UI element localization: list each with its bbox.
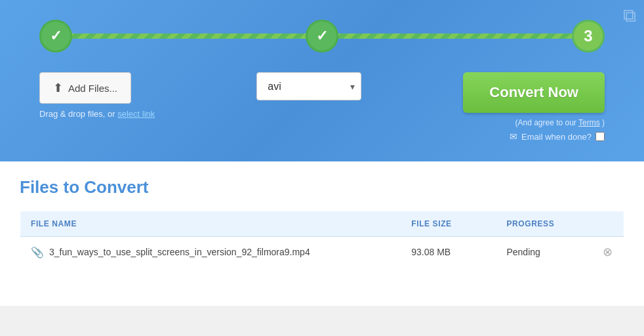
table-row: 📎 3_fun_ways_to_use_split_screens_in_ver… [20, 237, 624, 268]
select-link[interactable]: select link [117, 109, 155, 119]
format-column: avi mp4 mkv mov wmv flv webm mp3 aac ogg [256, 72, 361, 100]
file-name-cell: 📎 3_fun_ways_to_use_split_screens_in_ver… [20, 237, 401, 268]
paperclip-icon: 📎 [31, 246, 44, 259]
step-3-circle: 3 [572, 20, 605, 52]
col-header-progress: PROGRESS [496, 211, 591, 237]
file-progress-cell: Pending [496, 237, 591, 268]
col-header-filename: FILE NAME [20, 211, 401, 237]
email-icon: ✉ [510, 131, 517, 142]
convert-now-button[interactable]: Convert Now [463, 72, 605, 113]
add-files-label: Add Files... [68, 83, 117, 94]
format-select[interactable]: avi mp4 mkv mov wmv flv webm mp3 aac ogg [256, 72, 361, 100]
email-label: Email when done? [521, 132, 592, 142]
file-table: FILE NAME FILE SIZE PROGRESS 📎 3_fun_way… [20, 211, 624, 268]
content-section: Files to Convert FILE NAME FILE SIZE PRO… [0, 161, 644, 306]
terms-link[interactable]: Terms [578, 118, 600, 127]
step-line-2 [337, 33, 573, 39]
step-2-circle: ✓ [306, 20, 338, 52]
email-row: ✉ Email when done? [510, 131, 605, 142]
format-select-wrapper: avi mp4 mkv mov wmv flv webm mp3 aac ogg [256, 72, 361, 100]
corner-icon: ⧉ [623, 5, 636, 27]
action-row: ⬆ Add Files... Drag & drop files, or sel… [39, 72, 605, 142]
table-header-row: FILE NAME FILE SIZE PROGRESS [20, 211, 624, 237]
email-checkbox[interactable] [595, 132, 605, 141]
file-size-cell: 93.08 MB [401, 237, 496, 268]
upload-icon: ⬆ [53, 81, 63, 95]
terms-text: (And agree to our Terms ) [515, 118, 605, 127]
remove-cell: ⊗ [592, 237, 624, 268]
add-files-button[interactable]: ⬆ Add Files... [39, 72, 131, 104]
col-header-action [592, 211, 624, 237]
file-name-text: 3_fun_ways_to_use_split_screens_in_versi… [49, 247, 310, 257]
col-header-filesize: FILE SIZE [401, 211, 496, 237]
step-line-1 [71, 33, 307, 39]
section-title: Files to Convert [20, 177, 624, 198]
drag-drop-text: Drag & drop files, or select link [39, 109, 155, 119]
stepper: ✓ ✓ 3 [39, 20, 605, 52]
step-1-circle: ✓ [39, 20, 72, 52]
banner: ⧉ ✓ ✓ 3 ⬆ Add Files... Drag & drop files… [0, 0, 644, 161]
add-files-column: ⬆ Add Files... Drag & drop files, or sel… [39, 72, 155, 119]
remove-icon[interactable]: ⊗ [603, 245, 613, 259]
convert-column: Convert Now (And agree to our Terms ) ✉ … [463, 72, 605, 142]
